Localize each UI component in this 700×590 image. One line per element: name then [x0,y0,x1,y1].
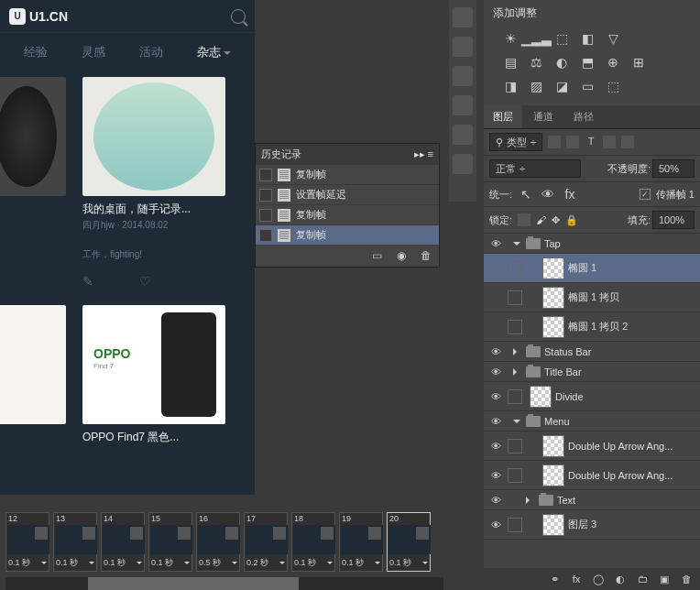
mask-icon[interactable]: ◯ [592,573,605,585]
opacity-input[interactable]: 50% [652,159,695,178]
timeline-frame[interactable]: 150.1 秒 [148,512,192,572]
tool-icon[interactable] [453,95,473,115]
layer-item[interactable]: 👁Double Up Arrow Ang... [484,461,700,490]
filter-pixel-icon[interactable] [548,136,561,148]
link-layers-icon[interactable]: ⚭ [548,573,561,585]
layer-item[interactable]: 👁Double Up Arrow Ang... [484,432,700,461]
layer-folder[interactable]: 👁Menu [484,411,700,432]
chevron-down-icon[interactable] [513,242,520,246]
trash-icon[interactable]: 🗑 [680,573,693,585]
history-checkbox[interactable] [259,189,272,202]
vibrance-icon[interactable]: ▤ [502,54,519,71]
history-item[interactable]: 复制帧 [256,224,439,245]
timeline-frame[interactable]: 200.1 秒 [387,512,431,572]
filter-shape-icon[interactable] [603,136,616,148]
visibility-toggle[interactable]: 👁 [487,319,504,335]
lock-pixels-icon[interactable]: 🖌 [536,214,546,225]
tab-experience[interactable]: 经验 [24,44,48,60]
curves-icon[interactable]: ⬚ [553,30,570,47]
trash-icon[interactable]: 🗑 [421,249,432,262]
gradient-map-icon[interactable]: ▭ [579,78,596,94]
layer-folder[interactable]: 👁Text [484,490,700,510]
card[interactable]: OPPO Find 7 OPPO Find7 黑色... [82,305,225,445]
brightness-icon[interactable]: ☀ [502,30,519,47]
hue-icon[interactable]: ⚖ [528,54,544,71]
history-item[interactable]: 复制帧 [256,164,439,184]
posterize-icon[interactable]: ▨ [528,78,544,94]
photo-filter-icon[interactable]: ⬒ [579,54,596,71]
layer-checkbox[interactable] [508,518,522,532]
tool-icon[interactable] [453,154,473,174]
history-checkbox[interactable] [259,229,272,242]
unify-position-icon[interactable]: ↖ [518,186,534,202]
tool-icon[interactable] [453,37,473,57]
card[interactable]: 03 ⤴ [0,77,66,289]
timeline-frame[interactable]: 130.1 秒 [53,512,97,572]
history-item[interactable]: 复制帧 [256,204,439,224]
tab-layers[interactable]: 图层 [484,105,522,128]
layer-checkbox[interactable] [508,320,522,334]
chevron-down-icon[interactable] [184,562,190,564]
unify-style-icon[interactable]: fx [562,186,578,202]
scrollbar[interactable] [5,577,443,590]
timeline-frame[interactable]: 170.2 秒 [244,512,288,572]
levels-icon[interactable]: ▁▂▃ [528,30,544,47]
unify-visibility-icon[interactable]: 👁 [540,186,556,202]
timeline-frame[interactable]: 140.1 秒 [101,512,145,572]
chevron-down-icon[interactable] [327,562,333,564]
channel-mixer-icon[interactable]: ⊕ [605,54,621,71]
visibility-toggle[interactable]: 👁 [487,413,504,430]
layer-item[interactable]: 👁图层 3 [484,510,700,540]
threshold-icon[interactable]: ◪ [553,78,570,94]
filter-adjust-icon[interactable] [566,136,579,148]
adj-icon[interactable]: ▽ [605,30,621,47]
visibility-toggle[interactable]: 👁 [487,235,504,252]
chevron-down-icon[interactable] [513,420,520,423]
layer-item[interactable]: 👁Divide [484,382,700,411]
lock-transparent-icon[interactable] [518,213,530,226]
heart-icon[interactable]: ♡ [139,274,151,289]
layer-checkbox[interactable] [508,389,522,404]
layer-item[interactable]: 👁椭圆 1 拷贝 2 [484,312,700,342]
lock-all-icon[interactable]: 🔒 [565,214,578,226]
search-icon[interactable] [231,9,246,24]
visibility-toggle[interactable]: 👁 [487,290,504,306]
history-checkbox[interactable] [259,209,272,222]
layer-checkbox[interactable] [508,439,522,453]
chevron-right-icon[interactable] [513,348,520,355]
visibility-toggle[interactable]: 👁 [487,492,504,508]
layer-checkbox[interactable] [508,468,522,483]
adjustment-layer-icon[interactable]: ◐ [614,573,627,585]
history-item[interactable]: 设置帧延迟 [256,184,439,204]
blend-mode-dropdown[interactable]: 正常÷ [489,159,581,178]
layer-folder[interactable]: 👁Status Bar [484,342,700,362]
chevron-right-icon[interactable] [513,368,520,376]
layer-item[interactable]: 👁椭圆 1 拷贝 [484,283,700,312]
chevron-down-icon[interactable] [41,562,47,564]
uicn-logo[interactable]: UU1.CN [9,8,68,25]
panel-menu-icon[interactable]: ▸▸ ≡ [414,148,433,160]
layer-checkbox[interactable] [508,290,522,305]
fx-icon[interactable]: fx [570,573,583,585]
layer-folder[interactable]: 👁Title Bar [484,362,700,382]
chevron-down-icon[interactable] [279,562,285,564]
color-lookup-icon[interactable]: ⊞ [630,54,647,71]
card[interactable] [0,305,66,445]
tool-icon[interactable] [453,66,473,86]
tab-activity[interactable]: 活动 [139,44,163,60]
chevron-down-icon[interactable] [89,562,94,564]
selective-color-icon[interactable]: ⬚ [605,78,621,94]
tab-magazine[interactable]: 杂志 [197,44,231,60]
chevron-down-icon[interactable] [137,562,142,564]
filter-type-icon[interactable]: T [585,136,597,148]
visibility-toggle[interactable]: 👁 [487,388,504,405]
visibility-toggle[interactable]: 👁 [487,344,504,360]
history-checkbox[interactable] [259,169,272,181]
chevron-down-icon[interactable] [232,562,237,564]
card[interactable]: 我的桌面，随手记录... 四月hjw · 2014.08.02 工作，fight… [82,77,225,289]
new-layer-icon[interactable]: ▣ [658,573,671,585]
visibility-toggle[interactable]: 👁 [487,260,504,277]
exposure-icon[interactable]: ◧ [579,30,596,47]
camera-icon[interactable]: ◉ [397,249,406,262]
lock-position-icon[interactable]: ✥ [552,214,560,226]
